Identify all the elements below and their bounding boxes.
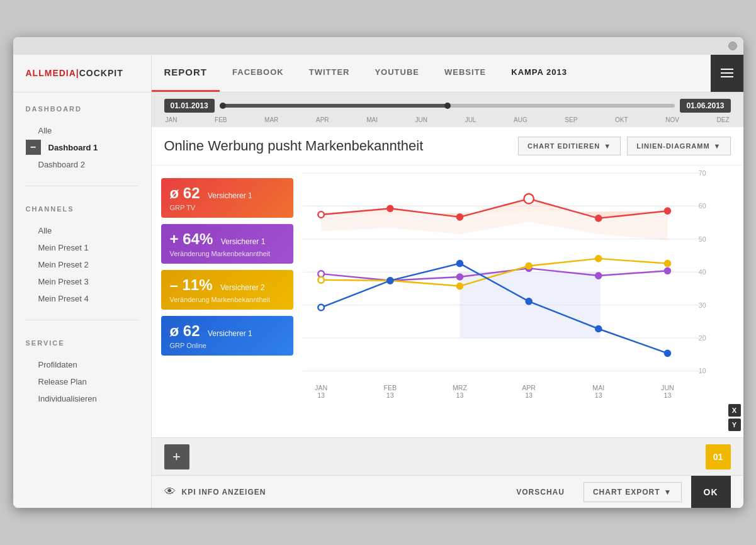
logo-text: ALLMEDIA|COCKPIT [26,68,123,78]
chart-edit-button[interactable]: CHART EDITIEREN ▼ [518,137,621,155]
y-axis-label: Y [728,419,741,431]
svg-text:APR: APR [522,383,536,391]
date-start-pill[interactable]: 01.01.2013 [164,99,215,113]
svg-point-29 [456,260,463,266]
chart-edit-icon: ▼ [604,142,611,150]
svg-point-17 [456,274,463,280]
legend-blue-sub: GRP Online [170,342,285,349]
sidebar-item-individualisieren[interactable]: Individualisieren [26,390,138,407]
kpi-label[interactable]: KPI INFO ANZEIGEN [182,488,266,497]
title-bar [13,37,743,55]
legend-card-yellow: – 11% Versicherer 2 Veränderung Markenbe… [161,270,293,310]
sidebar-item-dashboard2[interactable]: Dashboard 2 [26,156,138,173]
axis-labels: X Y [728,404,741,431]
svg-text:13: 13 [594,391,602,399]
add-chart-button[interactable]: + [164,444,189,469]
sidebar-collapse-button[interactable]: − [26,140,41,155]
svg-text:13: 13 [317,391,325,399]
svg-point-10 [386,205,393,211]
svg-text:13: 13 [525,391,533,399]
svg-point-25 [595,256,601,262]
svg-point-26 [664,260,670,266]
window-control[interactable] [728,42,737,50]
tab-facebook[interactable]: FACEBOOK [220,55,296,92]
chart-svg-container: JAN 13 FEB 13 MRZ 13 APR 13 MAI 13 JUN [303,166,743,438]
export-button[interactable]: CHART EXPORT ▼ [584,482,682,502]
month-jun: JUN [415,116,427,123]
sidebar-item-preset1[interactable]: Mein Preset 1 [26,239,138,256]
svg-text:MRZ: MRZ [452,383,467,391]
sidebar-item-preset2[interactable]: Mein Preset 2 [26,256,138,273]
page-indicator: 01 [706,444,731,469]
tab-kampa[interactable]: KAMPA 2013 [499,55,580,92]
svg-point-15 [318,271,324,277]
sidebar-item-release-plan[interactable]: Release Plan [26,373,138,390]
add-icon: + [172,449,181,465]
legend-card-orange: ø 62 Versicherer 1 GRP TV [161,178,293,218]
chart-type-button[interactable]: LINIEN-DIAGRAMM ▼ [627,137,730,155]
month-mar: MAR [264,116,278,123]
tab-website[interactable]: WEBSITE [432,55,499,92]
chart-section: Online Werbung pusht Markenbekanntheit C… [152,127,743,438]
svg-point-9 [318,211,324,218]
svg-point-13 [595,215,601,222]
sidebar-item-preset3[interactable]: Mein Preset 3 [26,273,138,290]
month-labels: JAN FEB MAR APR MAI JUN JUL AUG SEP OKT … [164,116,731,127]
legend-blue-name: Versicherer 1 [208,329,252,338]
svg-point-14 [664,208,670,214]
svg-rect-8 [460,272,600,338]
svg-point-27 [318,304,324,310]
svg-point-21 [318,277,324,283]
legend-blue-top: ø 62 Versicherer 1 [170,322,285,340]
date-handle-left[interactable] [220,103,226,109]
sidebar-item-alle-dashboard[interactable]: Alle [26,122,138,139]
x-axis-label: X [728,404,741,417]
legend-area: ø 62 Versicherer 1 GRP TV + 64% Versiche… [152,166,303,438]
legend-yellow-value: – 11% [170,276,213,293]
date-handle-right[interactable] [444,103,451,109]
date-slider-container[interactable] [220,104,675,108]
export-icon: ▼ [664,488,672,497]
legend-yellow-name: Versicherer 2 [220,283,265,292]
svg-text:30: 30 [698,301,706,308]
svg-point-31 [595,325,601,332]
chart-body: ø 62 Versicherer 1 GRP TV + 64% Versiche… [152,166,743,438]
month-sep: SEP [565,116,577,123]
sidebar-item-dashboard1[interactable]: Dashboard 1 [41,139,106,156]
legend-yellow-top: – 11% Versicherer 2 [170,276,285,294]
sidebar-item-preset4[interactable]: Mein Preset 4 [26,290,138,307]
date-slider-fill [220,104,448,108]
svg-text:JAN: JAN [315,383,327,391]
sidebar-item-alle-channels[interactable]: Alle [26,222,138,239]
divider-2 [26,320,138,320]
bottom-bar: + 01 [152,437,743,475]
svg-point-28 [386,278,393,284]
month-jan: JAN [166,116,178,123]
svg-text:50: 50 [698,235,706,242]
month-okt: OKT [615,116,628,123]
date-end-pill[interactable]: 01.06.2013 [680,99,730,113]
export-label: CHART EXPORT [593,488,660,497]
month-apr: APR [316,116,329,123]
month-dez: DEZ [716,116,729,123]
footer: 👁 KPI INFO ANZEIGEN VORSCHAU CHART EXPOR… [152,475,743,508]
main-layout: DASHBOARD Alle − Dashboard 1 Dashboard 2… [13,93,743,508]
chart-edit-label: CHART EDITIEREN [528,142,600,150]
tab-twitter[interactable]: TWITTER [296,55,363,92]
svg-text:20: 20 [698,334,706,342]
legend-yellow-sub: Veränderung Markenbekanntheit [170,296,285,303]
svg-point-30 [526,298,532,305]
ok-button[interactable]: OK [691,476,731,508]
chart-type-icon: ▼ [714,142,721,150]
tab-youtube[interactable]: YOUTUBE [362,55,432,92]
tab-report[interactable]: Report [152,55,220,92]
svg-text:70: 70 [698,169,706,176]
sidebar-dashboard-section: DASHBOARD Alle − Dashboard 1 Dashboard 2 [13,93,151,179]
nav-tabs: Report FACEBOOK TWITTER YOUTUBE WEBSITE … [152,55,711,92]
divider-1 [26,186,138,186]
preview-button[interactable]: VORSCHAU [504,483,577,502]
sidebar-item-profildaten[interactable]: Profildaten [26,356,138,373]
header-menu-button[interactable] [711,55,743,92]
svg-text:MAI: MAI [592,383,604,391]
svg-point-12 [524,194,534,204]
